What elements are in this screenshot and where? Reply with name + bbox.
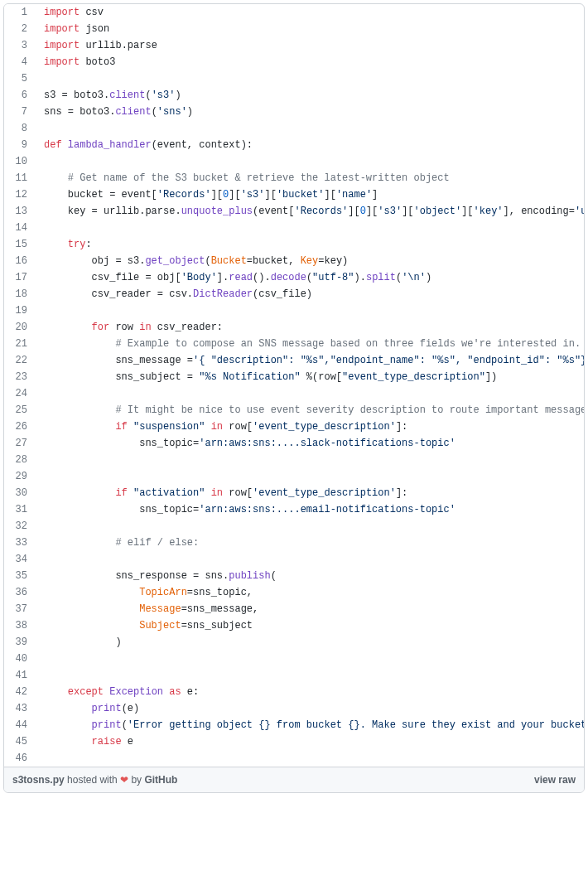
code-line <box>36 220 584 236</box>
code-line: if "activation" in row['event_type_descr… <box>36 485 584 501</box>
line-number[interactable]: 3 <box>4 37 36 54</box>
code-table: 1import csv 2import json 3import urllib.… <box>4 4 584 767</box>
code-line: print('Error getting object {} from buck… <box>36 717 584 733</box>
line-number[interactable]: 33 <box>4 535 36 551</box>
hosted-text: hosted with <box>65 774 120 786</box>
code-line: sns_topic='arn:aws:sns:....email-notific… <box>36 501 584 518</box>
line-number[interactable]: 29 <box>4 468 36 485</box>
line-number[interactable]: 41 <box>4 667 36 684</box>
line-number[interactable]: 8 <box>4 120 36 137</box>
line-number[interactable]: 24 <box>4 385 36 402</box>
line-number[interactable]: 39 <box>4 634 36 651</box>
line-number[interactable]: 27 <box>4 435 36 452</box>
line-number[interactable]: 46 <box>4 750 36 767</box>
code-line: Subject=sns_subject <box>36 617 584 634</box>
line-number[interactable]: 16 <box>4 253 36 269</box>
code-line: obj = s3.get_object(Bucket=bucket, Key=k… <box>36 253 584 269</box>
code-line: sns_topic='arn:aws:sns:....slack-notific… <box>36 435 584 452</box>
code-line: raise e <box>36 733 584 750</box>
line-number[interactable]: 36 <box>4 584 36 601</box>
line-number[interactable]: 14 <box>4 220 36 236</box>
line-number[interactable]: 31 <box>4 501 36 518</box>
code-line: import json <box>36 21 584 37</box>
gist-container: 1import csv 2import json 3import urllib.… <box>3 3 585 793</box>
line-number[interactable]: 23 <box>4 369 36 385</box>
line-number[interactable]: 20 <box>4 319 36 336</box>
heart-icon: ❤ <box>120 774 128 786</box>
line-number[interactable]: 17 <box>4 269 36 286</box>
code-line: # Example to compose an SNS message base… <box>36 336 584 352</box>
line-number[interactable]: 2 <box>4 21 36 37</box>
code-line: except Exception as e: <box>36 684 584 700</box>
code-line: sns = boto3.client('sns') <box>36 104 584 120</box>
line-number[interactable]: 9 <box>4 137 36 153</box>
line-number[interactable]: 22 <box>4 352 36 369</box>
line-number[interactable]: 30 <box>4 485 36 501</box>
code-line: # Get name of the S3 bucket & retrieve t… <box>36 170 584 186</box>
code-line <box>36 551 584 568</box>
code-line <box>36 385 584 402</box>
line-number[interactable]: 40 <box>4 651 36 667</box>
line-number[interactable]: 44 <box>4 717 36 733</box>
code-line: import csv <box>36 4 584 21</box>
line-number[interactable]: 11 <box>4 170 36 186</box>
code-line: csv_file = obj['Body'].read().decode("ut… <box>36 269 584 286</box>
line-number[interactable]: 37 <box>4 601 36 617</box>
code-line <box>36 302 584 319</box>
gist-filename-area: s3tosns.py hosted with ❤ by GitHub <box>12 774 177 786</box>
gist-meta: s3tosns.py hosted with ❤ by GitHub view … <box>4 767 584 792</box>
code-line: # elif / else: <box>36 535 584 551</box>
line-number[interactable]: 18 <box>4 286 36 302</box>
code-line: print(e) <box>36 700 584 717</box>
line-number[interactable]: 35 <box>4 568 36 584</box>
line-number[interactable]: 32 <box>4 518 36 535</box>
code-line: import boto3 <box>36 54 584 70</box>
line-number[interactable]: 38 <box>4 617 36 634</box>
line-number[interactable]: 42 <box>4 684 36 700</box>
line-number[interactable]: 4 <box>4 54 36 70</box>
line-number[interactable]: 12 <box>4 186 36 203</box>
code-line <box>36 70 584 87</box>
line-number[interactable]: 7 <box>4 104 36 120</box>
code-line: if "suspension" in row['event_type_descr… <box>36 419 584 435</box>
code-line: bucket = event['Records'][0]['s3']['buck… <box>36 186 584 203</box>
code-line <box>36 452 584 468</box>
code-line: import urllib.parse <box>36 37 584 54</box>
view-raw-link[interactable]: view raw <box>534 774 576 786</box>
line-number[interactable]: 43 <box>4 700 36 717</box>
code-line <box>36 468 584 485</box>
code-line <box>36 651 584 667</box>
line-number[interactable]: 45 <box>4 733 36 750</box>
line-number[interactable]: 28 <box>4 452 36 468</box>
code-line: # It might be nice to use event severity… <box>36 402 584 419</box>
line-number[interactable]: 34 <box>4 551 36 568</box>
line-number[interactable]: 26 <box>4 419 36 435</box>
code-line: Message=sns_message, <box>36 601 584 617</box>
line-number[interactable]: 1 <box>4 4 36 21</box>
code-line <box>36 518 584 535</box>
code-line: for row in csv_reader: <box>36 319 584 336</box>
line-number[interactable]: 6 <box>4 87 36 104</box>
code-line: def lambda_handler(event, context): <box>36 137 584 153</box>
code-area[interactable]: 1import csv 2import json 3import urllib.… <box>4 4 584 767</box>
line-number[interactable]: 19 <box>4 302 36 319</box>
code-line: csv_reader = csv.DictReader(csv_file) <box>36 286 584 302</box>
line-number[interactable]: 13 <box>4 203 36 220</box>
code-line <box>36 153 584 170</box>
code-line: s3 = boto3.client('s3') <box>36 87 584 104</box>
line-number[interactable]: 25 <box>4 402 36 419</box>
code-line: sns_subject = "%s Notification" %(row["e… <box>36 369 584 385</box>
code-line <box>36 750 584 767</box>
github-link[interactable]: GitHub <box>144 774 177 786</box>
code-line: ) <box>36 634 584 651</box>
code-line: key = urllib.parse.unquote_plus(event['R… <box>36 203 584 220</box>
code-line: sns_message ='{ "description": "%s","end… <box>36 352 584 369</box>
line-number[interactable]: 15 <box>4 236 36 253</box>
gist-filename-link[interactable]: s3tosns.py <box>12 774 65 786</box>
code-line: try: <box>36 236 584 253</box>
line-number[interactable]: 10 <box>4 153 36 170</box>
line-number[interactable]: 5 <box>4 70 36 87</box>
code-line: sns_response = sns.publish( <box>36 568 584 584</box>
code-line <box>36 120 584 137</box>
line-number[interactable]: 21 <box>4 336 36 352</box>
